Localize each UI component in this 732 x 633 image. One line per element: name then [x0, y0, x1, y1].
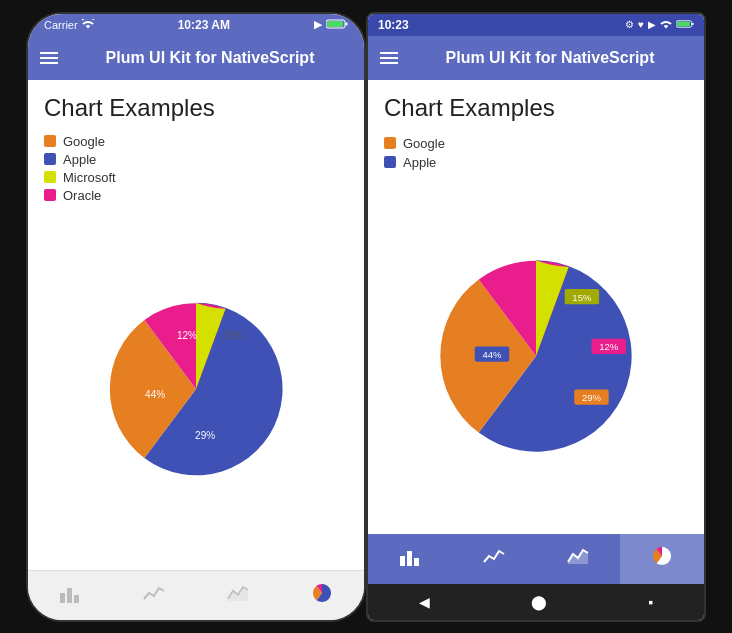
- area-chart-icon: [227, 583, 249, 608]
- phones-container: Carrier 10:23 AM ▶ Plum UI Kit for Nativ…: [0, 0, 732, 633]
- android-dot-apple: [384, 156, 396, 168]
- android-screen-content: Chart Examples Google Apple: [368, 80, 704, 534]
- ios-nav-bar: Plum UI Kit for NativeScript: [28, 36, 364, 80]
- android-wifi-icon: [660, 19, 672, 31]
- legend-dot-microsoft: [44, 171, 56, 183]
- android-nav-area-chart[interactable]: [536, 534, 620, 584]
- android-signal-icon: ▶: [648, 19, 656, 30]
- android-shield-icon: ♥: [638, 19, 644, 30]
- android-recents-button[interactable]: ▪: [648, 594, 653, 610]
- android-label-apple: Apple: [403, 155, 436, 170]
- label-microsoft: 15%: [222, 330, 242, 341]
- svg-rect-4: [67, 588, 72, 603]
- android-back-button[interactable]: ◀: [419, 594, 430, 610]
- ios-carrier: Carrier: [44, 19, 78, 31]
- android-bar-chart-icon: [399, 546, 421, 571]
- pie-chart-nav-icon: [311, 583, 333, 608]
- legend-dot-google: [44, 135, 56, 147]
- ios-screen-content: Chart Examples Google Apple Microsoft: [28, 80, 364, 570]
- ios-nav-title: Plum UI Kit for NativeScript: [68, 49, 352, 67]
- ios-status-left: Carrier: [44, 19, 94, 31]
- android-status-right: ⚙ ♥ ▶: [625, 19, 694, 31]
- android-battery-icon: [676, 19, 694, 31]
- android-nav-pie-chart[interactable]: [620, 534, 704, 584]
- android-legend: Google Apple: [368, 128, 704, 178]
- line-chart-icon: [143, 583, 165, 608]
- legend-label-google: Google: [63, 134, 105, 149]
- ios-nav-area-chart[interactable]: [196, 571, 280, 620]
- legend-item-oracle: Oracle: [44, 188, 348, 203]
- ios-pie-chart: 44% 29% 12% 15%: [96, 289, 296, 489]
- ios-status-bar: Carrier 10:23 AM ▶: [28, 14, 364, 36]
- ios-menu-button[interactable]: [40, 52, 58, 64]
- android-page-title: Chart Examples: [368, 80, 704, 128]
- android-nav-bar: Plum UI Kit for NativeScript: [368, 36, 704, 80]
- svg-rect-10: [400, 556, 405, 566]
- label-apple: 44%: [145, 389, 165, 400]
- ios-page-title: Chart Examples: [28, 80, 364, 128]
- ios-nav-line-chart[interactable]: [112, 571, 196, 620]
- ios-nav-bar-chart[interactable]: [28, 571, 112, 620]
- android-gear-icon: ⚙: [625, 19, 634, 30]
- ios-nav-pie-chart[interactable]: [280, 571, 364, 620]
- ios-time: 10:23 AM: [178, 18, 230, 32]
- ios-chart-area: 44% 29% 12% 15%: [28, 209, 364, 570]
- legend-dot-oracle: [44, 189, 56, 201]
- android-nav-bar-chart[interactable]: [368, 534, 452, 584]
- legend-dot-apple: [44, 153, 56, 165]
- ios-battery-icon: [326, 19, 348, 31]
- svg-rect-3: [60, 593, 65, 603]
- legend-label-microsoft: Microsoft: [63, 170, 116, 185]
- ios-legend: Google Apple Microsoft Oracle: [28, 128, 364, 209]
- legend-item-apple: Apple: [44, 152, 348, 167]
- svg-rect-8: [692, 22, 694, 24]
- android-label-google: Google: [403, 136, 445, 151]
- android-menu-button[interactable]: [380, 52, 398, 64]
- svg-rect-1: [346, 22, 348, 25]
- ios-phone: Carrier 10:23 AM ▶ Plum UI Kit for Nativ…: [26, 12, 366, 622]
- ios-bottom-nav: [28, 570, 364, 620]
- android-pie-chart: 44% 29% 12% 15%: [426, 246, 646, 466]
- ios-status-right: ▶: [314, 18, 348, 31]
- svg-rect-11: [407, 551, 412, 566]
- android-bottom-nav: [368, 534, 704, 584]
- legend-label-apple: Apple: [63, 152, 96, 167]
- android-home-button[interactable]: ⬤: [531, 594, 547, 610]
- android-label-pct-oracle: 12%: [599, 341, 619, 352]
- android-time: 10:23: [378, 18, 409, 32]
- svg-rect-12: [414, 558, 419, 566]
- android-chart-area: 44% 29% 12% 15%: [368, 178, 704, 534]
- legend-item-microsoft: Microsoft: [44, 170, 348, 185]
- android-legend-google: Google: [384, 136, 688, 151]
- svg-rect-5: [74, 595, 79, 603]
- svg-rect-2: [327, 21, 343, 27]
- android-system-nav: ◀ ⬤ ▪: [368, 584, 704, 620]
- android-phone: 10:23 ⚙ ♥ ▶ Plum UI Kit for NativeScript: [366, 12, 706, 622]
- android-label-pct-apple: 44%: [482, 348, 502, 359]
- android-dot-google: [384, 137, 396, 149]
- ios-wifi-icon: [82, 19, 94, 31]
- android-label-pct-microsoft: 15%: [572, 291, 592, 302]
- android-status-bar: 10:23 ⚙ ♥ ▶: [368, 14, 704, 36]
- ios-signal-icon: ▶: [314, 18, 322, 31]
- android-area-chart-icon: [567, 546, 589, 571]
- label-google: 29%: [195, 430, 215, 441]
- android-nav-line-chart[interactable]: [452, 534, 536, 584]
- label-oracle: 12%: [177, 330, 197, 341]
- android-label-pct-google: 29%: [582, 391, 602, 402]
- android-pie-chart-nav-icon: [651, 546, 673, 571]
- bar-chart-icon: [59, 583, 81, 608]
- android-nav-title: Plum UI Kit for NativeScript: [408, 49, 692, 67]
- legend-item-google: Google: [44, 134, 348, 149]
- legend-label-oracle: Oracle: [63, 188, 101, 203]
- svg-rect-9: [677, 21, 690, 26]
- android-legend-apple: Apple: [384, 155, 688, 170]
- android-line-chart-icon: [483, 546, 505, 571]
